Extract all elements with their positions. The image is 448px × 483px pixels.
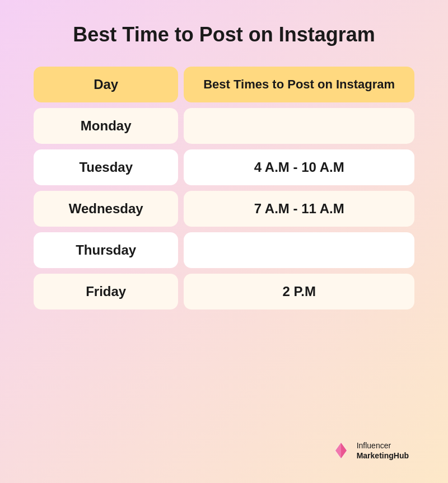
day-cell-wednesday: Wednesday [34, 191, 178, 227]
time-cell-monday [184, 108, 414, 144]
logo-line2: MarketingHub [357, 451, 409, 461]
header-time-cell: Best Times to Post on Instagram [184, 67, 414, 102]
logo-text: Influencer MarketingHub [357, 440, 409, 461]
table-header-row: Day Best Times to Post on Instagram [34, 67, 414, 102]
header-day-cell: Day [34, 67, 178, 102]
time-cell-wednesday: 7 A.M - 11 A.M [184, 191, 414, 227]
logo-area: Influencer MarketingHub [331, 429, 409, 461]
time-cell-tuesday: 4 A.M - 10 A.M [184, 149, 414, 185]
logo-line1: Influencer [357, 440, 409, 451]
day-cell-monday: Monday [34, 108, 178, 144]
logo-icon [331, 440, 351, 461]
time-cell-friday: 2 P.M [184, 274, 414, 310]
svg-marker-1 [341, 443, 347, 458]
day-cell-friday: Friday [34, 274, 178, 310]
table-row: Friday 2 P.M [34, 274, 414, 310]
table-row: Tuesday 4 A.M - 10 A.M [34, 149, 414, 185]
time-cell-thursday [184, 232, 414, 268]
day-cell-thursday: Thursday [34, 232, 178, 268]
day-cell-tuesday: Tuesday [34, 149, 178, 185]
page-title: Best Time to Post on Instagram [73, 22, 375, 46]
schedule-table: Day Best Times to Post on Instagram Mond… [34, 67, 414, 310]
svg-marker-2 [335, 443, 341, 458]
table-row: Thursday [34, 232, 414, 268]
table-row: Wednesday 7 A.M - 11 A.M [34, 191, 414, 227]
table-row: Monday [34, 108, 414, 144]
